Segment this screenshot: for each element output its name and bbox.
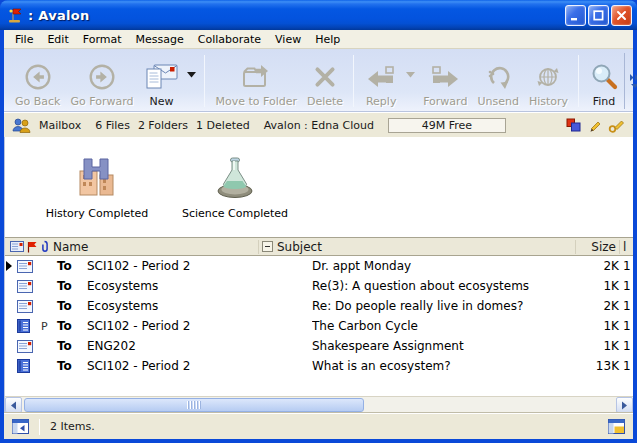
key-pencil-icon[interactable] — [608, 118, 625, 133]
scroll-right-button[interactable] — [616, 397, 633, 413]
flags-icon[interactable] — [566, 118, 581, 132]
collapse-pane-icon[interactable] — [12, 419, 29, 434]
minimize-button[interactable] — [565, 5, 586, 26]
name-column-header[interactable]: Name — [53, 240, 88, 254]
forward-circle-arrow-icon — [88, 59, 116, 95]
magnifier-icon — [589, 59, 619, 95]
subject-column-header[interactable]: Subject — [277, 240, 322, 254]
row-size: 1K — [575, 319, 619, 333]
unsend-label: Unsend — [477, 95, 518, 108]
row-name: SCI102 - Period 2 — [87, 359, 312, 373]
menu-collaborate[interactable]: Collaborate — [191, 31, 268, 48]
folder-history-completed[interactable]: History Completed — [31, 149, 163, 220]
message-row[interactable]: P To SCI102 - Period 2 The Carbon Cycle … — [5, 316, 633, 336]
items-count-text: 2 Items. — [50, 420, 608, 433]
menu-bar: File Edit Format Message Collaborate Vie… — [4, 30, 633, 49]
row-size: 2K — [575, 299, 619, 313]
title-bar[interactable]: : Avalon — [0, 0, 637, 30]
status-bar: 2 Items. — [4, 413, 633, 439]
row-subject: Re(3): A question about ecosystems — [312, 279, 575, 293]
reply-label: Reply — [366, 95, 396, 108]
science-flask-icon — [212, 149, 258, 201]
message-row[interactable]: To Ecosystems Re: Do people really live … — [5, 296, 633, 316]
message-row[interactable]: To SCI102 - Period 2 What is an ecosyste… — [5, 356, 633, 376]
row-name: ENG202 — [87, 339, 312, 353]
window-title: : Avalon — [28, 8, 563, 23]
mailbox-label: Mailbox — [39, 119, 81, 132]
delete-x-icon — [312, 59, 338, 95]
attachment-column-icon[interactable] — [40, 240, 49, 253]
scroll-left-button[interactable] — [5, 397, 22, 413]
row-subject: Shakespeare Assignment — [312, 339, 575, 353]
row-to: To — [57, 279, 87, 293]
folders-count: 2 Folders — [138, 119, 188, 132]
find-label: Find — [593, 95, 616, 108]
free-space-text: 49M Free — [422, 119, 472, 132]
row-to: To — [57, 359, 87, 373]
row-subject: Re: Do people really live in domes? — [312, 299, 575, 313]
scrollbar-thumb[interactable] — [24, 398, 364, 412]
message-envelope-icon — [17, 340, 41, 353]
menu-view[interactable]: View — [268, 31, 308, 48]
reply-dropdown-arrow[interactable] — [403, 41, 418, 109]
flag-column-icon[interactable] — [27, 241, 37, 253]
row-name: Ecosystems — [87, 299, 312, 313]
document-icon — [17, 359, 41, 373]
close-button[interactable] — [611, 5, 632, 26]
folder-move-icon — [240, 59, 272, 95]
menu-format[interactable]: Format — [76, 31, 129, 48]
pencil-icon[interactable] — [587, 118, 602, 133]
toolbar: Go Back Go Forward — [4, 49, 633, 112]
forward-arrow-icon — [428, 59, 462, 95]
scrollbar-track[interactable] — [22, 397, 616, 413]
app-flag-icon — [6, 7, 24, 24]
row-clipped-cell: 1 — [619, 259, 633, 273]
row-clipped-cell: 1 — [619, 279, 633, 293]
delete-button[interactable]: Delete — [302, 53, 348, 109]
go-back-button[interactable]: Go Back — [10, 53, 65, 109]
unsend-button[interactable]: Unsend — [472, 53, 523, 109]
clipped-column-header[interactable]: l — [619, 240, 633, 254]
message-envelope-icon — [17, 300, 41, 313]
menu-edit[interactable]: Edit — [40, 31, 75, 48]
read-position-marker-icon — [6, 261, 12, 271]
row-clipped-cell: 1 — [619, 339, 633, 353]
menu-file[interactable]: File — [8, 31, 40, 48]
message-row[interactable]: To SCI102 - Period 2 Dr. appt Monday 2K … — [5, 256, 633, 276]
new-dropdown-arrow[interactable] — [184, 41, 199, 109]
menu-message[interactable]: Message — [129, 31, 191, 48]
move-to-folder-button[interactable]: Move to Folder — [210, 53, 302, 109]
message-row[interactable]: To ENG202 Shakespeare Assignment 1K 1 — [5, 336, 633, 356]
folder-label: History Completed — [46, 207, 149, 220]
row-size: 1K — [575, 339, 619, 353]
unsend-curved-arrow-icon — [484, 59, 512, 95]
new-label: New — [149, 95, 173, 108]
mailbox-content: History Completed Science Complete — [4, 137, 633, 413]
folder-science-completed[interactable]: Science Completed — [169, 149, 301, 220]
horizontal-scrollbar — [5, 396, 633, 413]
history-building-icon — [74, 149, 120, 201]
size-column-header[interactable]: Size — [575, 240, 619, 254]
go-forward-button[interactable]: Go Forward — [65, 53, 138, 109]
forward-button[interactable]: Forward — [418, 53, 472, 109]
row-size: 13K — [575, 359, 619, 373]
find-button[interactable]: Find — [584, 53, 624, 109]
menu-help[interactable]: Help — [308, 31, 347, 48]
toolbar-overflow-chevron[interactable] — [624, 53, 637, 109]
folders-pane: History Completed Science Complete — [5, 137, 633, 237]
scrollbar-grip — [187, 401, 201, 409]
message-envelope-icon — [17, 280, 41, 293]
row-subject: Dr. appt Monday — [312, 259, 575, 273]
new-message-button[interactable]: New — [138, 53, 184, 109]
message-column-icon[interactable] — [10, 241, 24, 252]
mailbox-info-bar: Mailbox 6 Files 2 Folders 1 Deleted Aval… — [4, 112, 633, 137]
message-envelope-icon — [17, 260, 41, 273]
maximize-button[interactable] — [588, 5, 609, 26]
reply-button[interactable]: Reply — [359, 53, 403, 109]
collapse-all-icon[interactable] — [262, 241, 273, 252]
row-to: To — [57, 259, 87, 273]
split-view-icon[interactable] — [608, 419, 625, 434]
message-row[interactable]: To Ecosystems Re(3): A question about ec… — [5, 276, 633, 296]
row-name: Ecosystems — [87, 279, 312, 293]
history-button[interactable]: History — [524, 53, 573, 109]
